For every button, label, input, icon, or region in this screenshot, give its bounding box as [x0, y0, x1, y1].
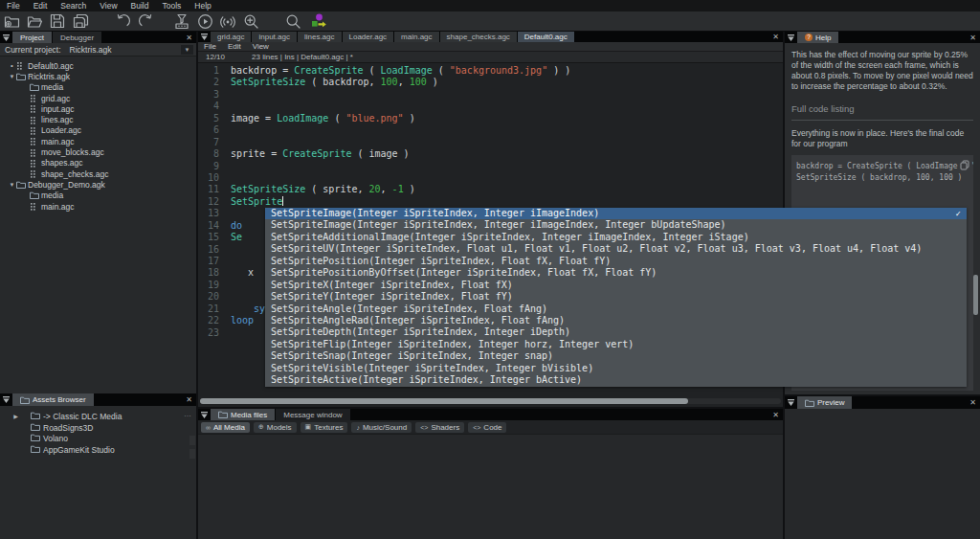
menu-tools[interactable]: Tools: [155, 0, 188, 11]
panel-filter-icon[interactable]: [198, 409, 211, 420]
tree-item-input-agc[interactable]: input.agc: [0, 103, 196, 114]
panel-filter-icon[interactable]: [0, 393, 12, 406]
autocomplete-item[interactable]: SetSpriteImage(Integer iSpriteIndex, Int…: [265, 208, 967, 219]
editor-menu-view[interactable]: View: [247, 42, 275, 51]
asset-item--classic-dlc-media[interactable]: ▶-> Classic DLC Media: [0, 411, 196, 422]
menu-help[interactable]: Help: [188, 0, 217, 11]
close-icon[interactable]: ✕: [772, 32, 779, 42]
scrollbar-thumb[interactable]: [200, 398, 688, 404]
tree-item-lines-agc[interactable]: lines.agc: [0, 114, 196, 124]
autocomplete-item[interactable]: SetSpriteAngle(Integer iSpriteIndex, Flo…: [265, 303, 967, 315]
autocomplete-item[interactable]: SetSpriteImage(Integer iSpriteIndex, Int…: [265, 219, 967, 231]
assets-scrollbar[interactable]: [189, 449, 195, 459]
new-project-icon[interactable]: [0, 12, 23, 31]
asset-item-roadsigns3d[interactable]: RoadSigns3D: [0, 422, 196, 434]
tab-help[interactable]: ?Help: [797, 32, 838, 43]
media-filter-row: ∞All Media⊕Models▣Textures♪Music/Sound<>…: [198, 420, 783, 435]
editor-tab-shape_checks.agc[interactable]: shape_checks.agc: [440, 32, 517, 42]
tree-item-ricktris-agk[interactable]: ▼Ricktris.agk: [0, 71, 196, 81]
editor-tab-lines.agc[interactable]: lines.agc: [298, 32, 342, 42]
editor-tab-main.agc[interactable]: main.agc: [394, 32, 438, 42]
folder-icon: [31, 434, 40, 443]
filter-models[interactable]: ⊕Models: [254, 422, 297, 433]
autocomplete-item[interactable]: SetSpriteAngleRad(Integer iSpriteIndex, …: [265, 315, 967, 326]
panel-filter-icon[interactable]: [785, 32, 797, 43]
editor-tab-loader.agc[interactable]: Loader.agc: [343, 32, 394, 42]
editor-tab-input.agc[interactable]: input.agc: [252, 32, 296, 42]
compile-icon[interactable]: [170, 12, 193, 31]
filter-textures[interactable]: ▣Textures: [301, 422, 348, 433]
tab-assets-browser[interactable]: Assets Browser: [12, 393, 94, 406]
filter-music-sound[interactable]: ♪Music/Sound: [351, 422, 412, 433]
horizontal-scrollbar[interactable]: [200, 398, 781, 404]
autocomplete-item[interactable]: SetSpritePosition(Integer iSpriteIndex, …: [265, 256, 967, 267]
filter-code[interactable]: <>Code: [468, 422, 506, 433]
autocomplete-item[interactable]: SetSpriteDepth(Integer iSpriteIndex, Int…: [265, 326, 967, 338]
assets-overflow-button[interactable]: …: [184, 410, 192, 418]
tree-item-move-blocks-agc[interactable]: move_blocks.agc: [0, 146, 196, 157]
chevron-expanded-icon[interactable]: ▼: [8, 182, 16, 188]
search-icon[interactable]: [281, 12, 304, 31]
menu-search[interactable]: Search: [54, 0, 93, 11]
help-scrollbar-thumb[interactable]: [973, 275, 978, 315]
editor-menu-file[interactable]: File: [198, 42, 222, 51]
undo-icon[interactable]: [111, 12, 134, 31]
tab-message-window[interactable]: Message window: [276, 409, 349, 420]
close-icon[interactable]: ✕: [772, 409, 779, 420]
autocomplete-item[interactable]: SetSpriteActive(Integer iSpriteIndex, In…: [265, 374, 967, 386]
editor-tab-grid.agc[interactable]: grid.agc: [211, 32, 251, 42]
tab-project[interactable]: Project: [12, 32, 52, 43]
asset-item-appgamekit-studio[interactable]: AppGameKit Studio: [0, 444, 196, 456]
autocomplete-item[interactable]: SetSpritePositionByOffset(Integer iSprit…: [265, 267, 967, 279]
close-icon[interactable]: ✕: [186, 393, 192, 406]
tab-preview[interactable]: Preview: [797, 396, 852, 409]
filter-all-media[interactable]: ∞All Media: [201, 422, 250, 433]
tab-debugger[interactable]: Debugger: [53, 32, 101, 43]
chevron-down-icon[interactable]: ▼: [181, 45, 193, 55]
tree-item-media[interactable]: media: [0, 82, 196, 93]
autocomplete-item[interactable]: SetSpriteUV(Integer iSpriteIndex, Float …: [265, 243, 967, 255]
chevron-collapsed-icon[interactable]: ▶: [10, 413, 19, 419]
copy-icon[interactable]: [960, 160, 969, 174]
menu-edit[interactable]: Edit: [27, 0, 55, 11]
autocomplete-item[interactable]: SetSpriteY(Integer iSpriteIndex, Float f…: [265, 291, 967, 303]
close-icon[interactable]: ✕: [969, 32, 976, 43]
redo-icon[interactable]: [134, 12, 157, 31]
panel-filter-icon[interactable]: [198, 32, 211, 42]
panel-filter-icon[interactable]: [785, 396, 797, 409]
autocomplete-item[interactable]: SetSpriteSnap(Integer iSpriteIndex, Inte…: [265, 350, 967, 362]
autocomplete-item[interactable]: SetSpriteFlip(Integer iSpriteIndex, Inte…: [265, 339, 967, 350]
menu-file[interactable]: File: [0, 0, 27, 11]
tree-item-loader-agc[interactable]: Loader.agc: [0, 125, 196, 136]
chevron-expanded-icon[interactable]: ▼: [8, 74, 16, 79]
tree-item-default0-agc[interactable]: •Default0.agc: [0, 60, 196, 71]
autocomplete-item[interactable]: SetSpriteAdditionalImage(Integer iSprite…: [265, 232, 967, 243]
broadcast-icon[interactable]: [216, 12, 239, 31]
save-all-icon[interactable]: [69, 12, 92, 31]
assets-scrollbar[interactable]: [189, 436, 195, 445]
tab-media-files[interactable]: Media files: [211, 409, 275, 420]
debug-icon[interactable]: [239, 12, 262, 31]
tree-item-shape-checks-agc[interactable]: shape_checks.agc: [0, 168, 196, 179]
menu-view[interactable]: View: [93, 0, 123, 11]
tree-item-shapes-agc[interactable]: shapes.agc: [0, 158, 196, 168]
tree-item-main-agc[interactable]: main.agc: [0, 201, 196, 212]
tree-item-main-agc[interactable]: main.agc: [0, 136, 196, 146]
tree-item-media[interactable]: media: [0, 191, 196, 201]
open-project-icon[interactable]: [23, 12, 46, 31]
editor-tab-default0.agc[interactable]: Default0.agc: [518, 32, 574, 42]
tree-item-grid-agc[interactable]: grid.agc: [0, 93, 196, 103]
menu-build[interactable]: Build: [124, 0, 156, 11]
close-icon[interactable]: ✕: [186, 32, 192, 43]
asset-item-volano[interactable]: Volano: [0, 433, 196, 444]
agk-logo-icon[interactable]: [308, 12, 331, 31]
autocomplete-item[interactable]: SetSpriteVisible(Integer iSpriteIndex, I…: [265, 363, 967, 374]
panel-filter-icon[interactable]: [0, 32, 12, 43]
close-icon[interactable]: ✕: [969, 396, 976, 409]
autocomplete-item[interactable]: SetSpriteX(Integer iSpriteIndex, Float f…: [265, 280, 967, 291]
editor-menu-edit[interactable]: Edit: [222, 42, 247, 51]
run-icon[interactable]: [193, 12, 216, 31]
filter-shaders[interactable]: <>Shaders: [415, 422, 464, 433]
save-icon[interactable]: [46, 12, 69, 31]
tree-item-debugger-demo-agk[interactable]: ▼Debugger_Demo.agk: [0, 179, 196, 190]
